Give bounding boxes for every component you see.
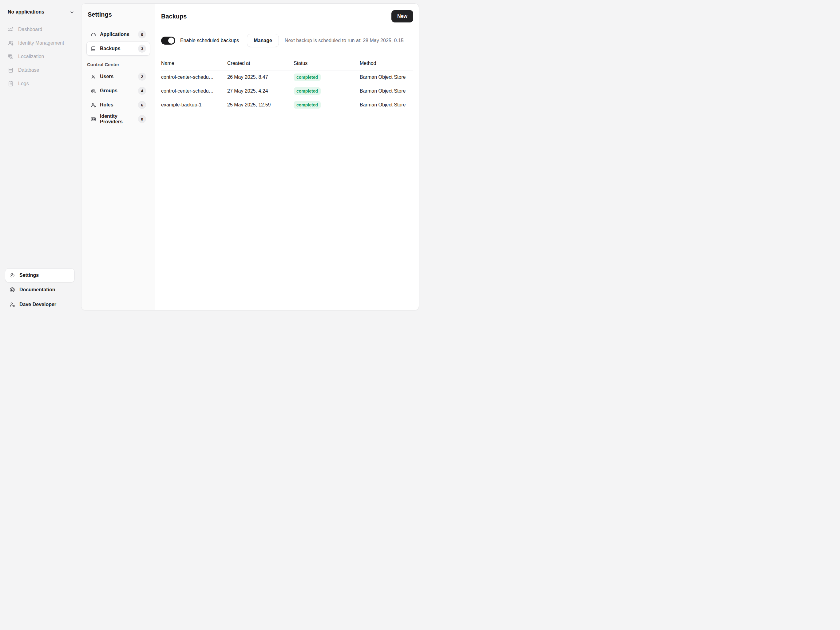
scheduled-backups-toggle-label: Enable scheduled backups: [180, 38, 239, 43]
column-header-method: Method: [360, 60, 413, 66]
settings-nav-section-label: Control Center: [87, 62, 149, 67]
sidebar-documentation-label: Documentation: [19, 287, 55, 293]
backup-created-at: 26 May 2025, 8.47: [227, 74, 294, 80]
activity-icon: [8, 27, 14, 33]
sidebar-item-database[interactable]: Database: [0, 63, 81, 77]
id-card-icon: [90, 116, 96, 122]
column-header-name: Name: [161, 60, 227, 66]
sidebar-footer: Settings Documentation Dave: [5, 268, 75, 312]
settings-nav-item-label: Groups: [100, 88, 117, 93]
sidebar-item-user[interactable]: Dave Developer: [5, 297, 75, 312]
sidebar-item-label: Logs: [18, 81, 29, 86]
main-header: Backups New: [161, 10, 413, 22]
settings-nav-item-label: Roles: [100, 102, 114, 108]
gear-icon: [9, 272, 15, 279]
sidebar-nav: Dashboard Identity Management: [0, 23, 81, 90]
backup-method: Barman Object Store: [360, 74, 413, 80]
table-row[interactable]: example-backup-1 25 May 2025, 12.59 comp…: [161, 98, 413, 112]
backup-created-at: 27 May 2025, 4.24: [227, 88, 294, 94]
chevron-down-icon: [69, 10, 74, 15]
users-gear-icon: [8, 40, 14, 46]
sidebar-item-label: Identity Management: [18, 40, 64, 46]
scheduled-backups-toggle[interactable]: [161, 36, 175, 44]
backup-name: example-backup-1: [161, 102, 227, 108]
rows-icon: [90, 46, 96, 52]
application-switcher[interactable]: No applications: [0, 0, 81, 18]
settings-nav-item-users[interactable]: Users 2: [87, 70, 150, 84]
sidebar-item-documentation[interactable]: Documentation: [5, 282, 75, 297]
primary-sidebar: No applications Dashboard: [0, 0, 81, 315]
application-switcher-label: No applications: [8, 9, 44, 15]
count-badge: 0: [138, 30, 146, 38]
settings-nav-item-label: Identity Providers: [100, 114, 134, 125]
backup-method: Barman Object Store: [360, 88, 413, 94]
backup-name: control-center-schedu…: [161, 88, 227, 94]
settings-nav-item-label: Backups: [100, 46, 120, 51]
table-row[interactable]: control-center-schedu… 26 May 2025, 8.47…: [161, 70, 413, 84]
new-backup-button[interactable]: New: [392, 10, 413, 22]
backups-table: Name Created at Status Method control-ce…: [161, 57, 413, 112]
sidebar-item-settings[interactable]: Settings: [5, 268, 75, 282]
sidebar-item-dashboard[interactable]: Dashboard: [0, 23, 81, 36]
next-backup-note: Next backup is scheduled to run at: 28 M…: [285, 38, 404, 43]
table-row[interactable]: control-center-schedu… 27 May 2025, 4.24…: [161, 84, 413, 98]
sidebar-item-label: Dashboard: [18, 27, 42, 32]
logs-icon: [8, 81, 14, 87]
user-icon: [90, 74, 96, 80]
backup-method: Barman Object Store: [360, 102, 413, 108]
cloud-icon: [90, 32, 96, 38]
translate-icon: [8, 54, 14, 60]
column-header-created-at: Created at: [227, 60, 294, 66]
settings-nav-item-groups[interactable]: Groups 4: [87, 84, 150, 98]
sidebar-settings-label: Settings: [19, 272, 39, 278]
settings-nav-item-label: Applications: [100, 32, 129, 37]
page-title: Backups: [161, 13, 186, 20]
status-badge: completed: [294, 87, 321, 95]
count-badge: 4: [138, 87, 146, 95]
settings-nav-item-identity-providers[interactable]: Identity Providers 0: [87, 112, 150, 126]
backup-name: control-center-schedu…: [161, 74, 227, 80]
settings-nav-item-backups[interactable]: Backups 3: [87, 41, 150, 56]
backup-created-at: 25 May 2025, 12.59: [227, 102, 294, 108]
role-icon: [90, 102, 96, 108]
settings-nav-item-roles[interactable]: Roles 6: [87, 98, 150, 112]
manage-button[interactable]: Manage: [247, 34, 279, 47]
column-header-status: Status: [294, 60, 360, 66]
content-panel: Settings Applications 0 Backups 3 Contro…: [81, 3, 419, 310]
sidebar-item-label: Database: [18, 67, 39, 73]
settings-nav: Settings Applications 0 Backups 3 Contro…: [82, 4, 155, 310]
settings-nav-item-applications[interactable]: Applications 0: [87, 27, 150, 41]
sidebar-user-label: Dave Developer: [19, 302, 56, 307]
sidebar-item-label: Localization: [18, 54, 44, 59]
user-gear-icon: [9, 301, 15, 308]
scheduled-backups-controls: Enable scheduled backups Manage Next bac…: [161, 34, 413, 47]
group-icon: [90, 88, 96, 94]
count-badge: 6: [138, 101, 146, 109]
count-badge: 3: [138, 44, 146, 52]
status-badge: completed: [294, 73, 321, 81]
database-icon: [8, 67, 14, 73]
count-badge: 2: [138, 73, 146, 81]
sidebar-item-identity-management[interactable]: Identity Management: [0, 36, 81, 50]
settings-nav-title: Settings: [88, 11, 149, 18]
sidebar-item-logs[interactable]: Logs: [0, 77, 81, 90]
lifebuoy-icon: [9, 287, 15, 293]
main-content: Backups New Enable scheduled backups Man…: [155, 4, 419, 310]
count-badge: 0: [138, 115, 146, 123]
status-badge: completed: [294, 101, 321, 109]
sidebar-item-localization[interactable]: Localization: [0, 50, 81, 63]
backups-table-header: Name Created at Status Method: [161, 57, 413, 70]
settings-nav-item-label: Users: [100, 74, 114, 79]
